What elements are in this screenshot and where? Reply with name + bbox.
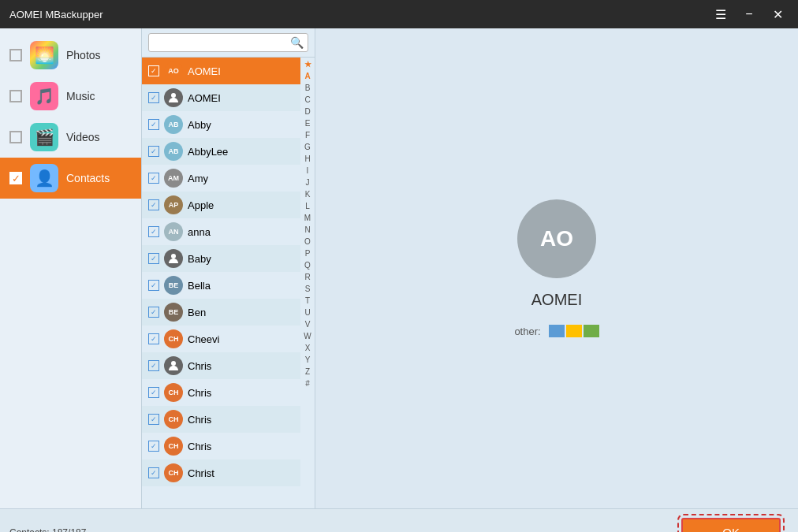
contact-name-apple: Apple (188, 199, 214, 211)
alpha-S[interactable]: S (305, 284, 311, 295)
contact-checkbox-abby[interactable]: ✓ (148, 119, 159, 130)
alpha-L[interactable]: L (305, 201, 310, 212)
color-bar-0 (549, 325, 565, 337)
contact-item-abbylee[interactable]: ✓ABAbbyLee (142, 138, 300, 165)
alpha-#[interactable]: # (305, 378, 310, 389)
contact-name-amy: Amy (188, 173, 208, 184)
contact-checkbox-amy[interactable]: ✓ (148, 173, 159, 184)
detail-avatar: AO (517, 199, 596, 278)
contact-checkbox-aomei-img[interactable]: ✓ (148, 92, 159, 103)
close-btn[interactable]: ✕ (766, 3, 789, 25)
contact-item-aomei-img[interactable]: ✓AOMEI (142, 84, 300, 111)
contact-item-chris1[interactable]: ✓Chris (142, 352, 300, 379)
sidebar-item-photos[interactable]: 🌅 Photos (0, 35, 141, 76)
contact-item-chris3[interactable]: ✓CHChris (142, 406, 300, 433)
contact-item-chris4[interactable]: ✓CHChris (142, 433, 300, 459)
contact-checkbox-chris1[interactable]: ✓ (148, 360, 159, 371)
contact-checkbox-chris2[interactable]: ✓ (148, 387, 159, 398)
alpha-T[interactable]: T (305, 296, 310, 307)
search-input[interactable] (148, 33, 308, 52)
color-bar-1 (566, 325, 582, 337)
contact-list: ✓AOAOMEI✓AOMEI✓ABAbby✓ABAbbyLee✓AMAmy✓AP… (142, 58, 300, 508)
videos-checkbox[interactable] (9, 131, 22, 143)
contact-item-christ[interactable]: ✓CHChrist (142, 459, 300, 486)
alpha-P[interactable]: P (305, 248, 311, 259)
contact-name-baby: Baby (188, 253, 211, 265)
alpha-C[interactable]: C (304, 95, 310, 106)
contact-checkbox-baby[interactable]: ✓ (148, 253, 159, 264)
alpha-F[interactable]: F (305, 130, 310, 141)
contact-avatar-cheevi: CH (164, 329, 183, 348)
contact-item-apple[interactable]: ✓APApple (142, 192, 300, 218)
alpha-★[interactable]: ★ (304, 59, 311, 70)
alpha-I[interactable]: I (307, 166, 309, 177)
alpha-D[interactable]: D (304, 106, 310, 117)
contact-avatar-abbylee: AB (164, 142, 183, 161)
contact-item-aomei-ao[interactable]: ✓AOAOMEI (142, 58, 300, 84)
svg-point-0 (171, 93, 176, 98)
photos-checkbox[interactable] (9, 49, 22, 61)
contact-panel: 🔍 ✓AOAOMEI✓AOMEI✓ABAbby✓ABAbbyLee✓AMAmy✓… (142, 28, 315, 508)
contact-item-bella[interactable]: ✓BEBella (142, 272, 300, 299)
alpha-X[interactable]: X (305, 343, 311, 354)
contact-avatar-baby (164, 249, 183, 268)
contact-checkbox-ben[interactable]: ✓ (148, 307, 159, 318)
alpha-R[interactable]: R (304, 272, 310, 283)
music-label: Music (66, 90, 95, 102)
contact-avatar-chris1 (164, 356, 183, 375)
contact-checkbox-chris3[interactable]: ✓ (148, 414, 159, 425)
alpha-W[interactable]: W (304, 331, 311, 342)
detail-other-row: other: (514, 325, 598, 337)
alpha-index: ★ABCDEFGHIJKLMNOPQRSTUVWXYZ# (300, 58, 315, 508)
contact-name-cheevi: Cheevi (188, 333, 219, 345)
alpha-V[interactable]: V (305, 319, 311, 330)
contact-item-ben[interactable]: ✓BEBen (142, 299, 300, 326)
alpha-H[interactable]: H (304, 154, 310, 165)
alpha-G[interactable]: G (304, 142, 311, 153)
contact-name-chris1: Chris (188, 360, 211, 372)
contact-checkbox-aomei-ao[interactable]: ✓ (148, 65, 159, 76)
contact-checkbox-chris4[interactable]: ✓ (148, 441, 159, 452)
contact-name-christ: Christ (188, 467, 214, 479)
ok-btn-wrap: OK (681, 518, 789, 532)
alpha-O[interactable]: O (304, 236, 311, 247)
alpha-J[interactable]: J (306, 177, 310, 188)
list-view-btn[interactable]: ☰ (710, 3, 732, 25)
alpha-Y[interactable]: Y (305, 355, 311, 366)
alpha-Z[interactable]: Z (305, 366, 310, 378)
alpha-N[interactable]: N (304, 225, 310, 236)
alpha-M[interactable]: M (304, 213, 311, 224)
alpha-E[interactable]: E (305, 118, 311, 129)
alpha-B[interactable]: B (305, 83, 311, 94)
contact-checkbox-abbylee[interactable]: ✓ (148, 146, 159, 157)
contact-checkbox-apple[interactable]: ✓ (148, 199, 159, 210)
contact-name-bella: Bella (188, 280, 211, 292)
contact-name-abbylee: AbbyLee (188, 146, 228, 158)
window-controls: ☰ − ✕ (710, 3, 789, 25)
contact-name-chris4: Chris (188, 441, 211, 452)
contact-item-amy[interactable]: ✓AMAmy (142, 165, 300, 192)
sidebar-item-videos[interactable]: 🎬 Videos (0, 117, 141, 158)
contact-checkbox-cheevi[interactable]: ✓ (148, 333, 159, 344)
sidebar-item-contacts[interactable]: ✓ 👤 Contacts (0, 158, 141, 199)
alpha-Q[interactable]: Q (304, 260, 311, 271)
contact-item-anna[interactable]: ✓ANanna (142, 218, 300, 245)
bottom-bar: Contacts: 187/187 OK (0, 508, 798, 532)
music-checkbox[interactable] (9, 90, 22, 102)
contact-checkbox-bella[interactable]: ✓ (148, 280, 159, 291)
alpha-U[interactable]: U (304, 307, 310, 318)
contact-checkbox-christ[interactable]: ✓ (148, 467, 159, 478)
alpha-K[interactable]: K (305, 189, 311, 200)
contacts-checkbox[interactable]: ✓ (9, 172, 22, 184)
contact-item-abby[interactable]: ✓ABAbby (142, 111, 300, 138)
ok-button[interactable]: OK (681, 518, 781, 532)
contact-item-baby[interactable]: ✓Baby (142, 245, 300, 272)
sidebar-item-music[interactable]: 🎵 Music (0, 76, 141, 117)
contact-checkbox-anna[interactable]: ✓ (148, 226, 159, 237)
alpha-A[interactable]: A (304, 71, 310, 82)
contact-avatar-apple: AP (164, 195, 183, 214)
contact-item-cheevi[interactable]: ✓CHCheevi (142, 326, 300, 352)
contact-item-chris2[interactable]: ✓CHChris (142, 379, 300, 406)
minimize-btn[interactable]: − (738, 3, 760, 25)
contact-avatar-amy: AM (164, 169, 183, 188)
